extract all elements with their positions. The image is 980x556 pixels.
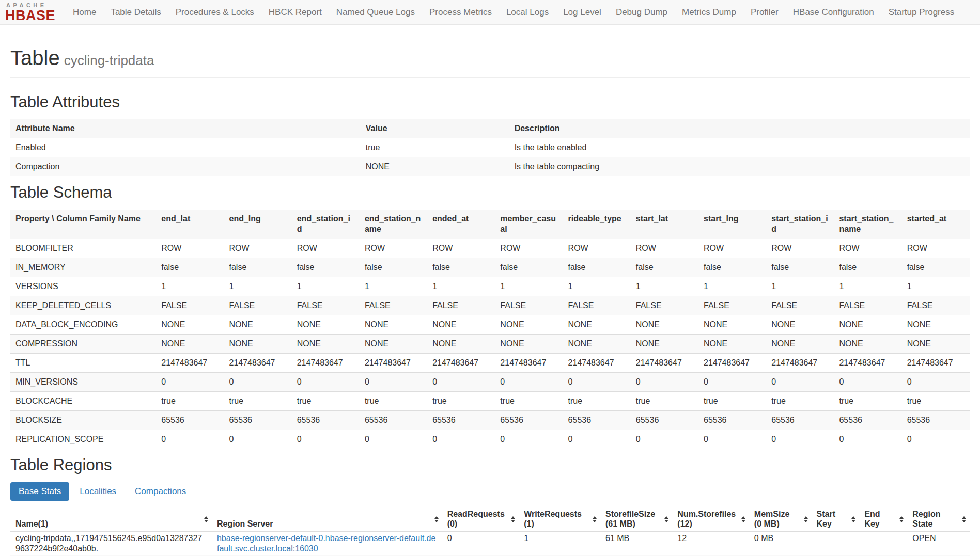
regions-col-end-key[interactable]: EndKey — [859, 508, 907, 531]
sort-up-arrow — [511, 516, 515, 519]
schema-value-cell: 1 — [360, 277, 427, 296]
schema-property-name: DATA_BLOCK_ENCODING — [10, 315, 156, 335]
schema-value-cell: NONE — [156, 315, 224, 335]
regions-col-writerequests-1[interactable]: WriteRequests(1) — [519, 508, 600, 531]
schema-value-cell: 65536 — [360, 411, 427, 430]
schema-value-cell: 65536 — [427, 411, 495, 430]
nav-item-process-metrics[interactable]: Process Metrics — [422, 7, 499, 18]
schema-row-min-versions: MIN_VERSIONS000000000000 — [10, 373, 970, 392]
regions-col-start-key[interactable]: StartKey — [812, 508, 860, 531]
sort-down-arrow — [851, 520, 855, 522]
regions-col-readrequests-0[interactable]: ReadRequests(0) — [442, 508, 519, 531]
schema-value-cell: true — [156, 392, 224, 411]
sort-down-arrow — [962, 520, 966, 522]
regions-col-region-state[interactable]: RegionState — [907, 508, 970, 531]
schema-value-cell: true — [834, 392, 901, 411]
schema-value-cell: 0 — [292, 373, 360, 392]
schema-row-in-memory: IN_MEMORYfalsefalsefalsefalsefalsefalsef… — [10, 258, 970, 277]
schema-property-name: IN_MEMORY — [10, 258, 156, 277]
nav-item-metrics-dump[interactable]: Metrics Dump — [675, 7, 743, 18]
schema-value-cell: 0 — [495, 373, 563, 392]
schema-row-replication-scope: REPLICATION_SCOPE000000000000 — [10, 430, 970, 449]
schema-value-cell: 2147483647 — [698, 354, 766, 373]
schema-row-keep-deleted-cells: KEEP_DELETED_CELLSFALSEFALSEFALSEFALSEFA… — [10, 296, 970, 315]
sort-icon[interactable] — [804, 516, 808, 522]
region-start-key — [812, 531, 860, 555]
nav-item-local-logs[interactable]: Local Logs — [499, 7, 556, 18]
schema-value-cell: FALSE — [766, 296, 834, 315]
schema-col-start-station-id: start_station_id — [766, 210, 834, 239]
schema-value-cell: NONE — [427, 335, 495, 354]
regions-tabs: Base StatsLocalitiesCompactions — [10, 482, 970, 501]
schema-value-cell: false — [224, 258, 291, 277]
schema-value-cell: NONE — [698, 315, 766, 335]
regions-heading: Table Regions — [10, 456, 970, 474]
region-mem-size: 0 MB — [749, 531, 812, 555]
schema-value-cell: 0 — [224, 430, 291, 449]
sort-icon[interactable] — [851, 516, 855, 522]
nav-item-debug-dump[interactable]: Debug Dump — [609, 7, 675, 18]
regions-col-region-server[interactable]: Region Server — [212, 508, 442, 531]
schema-value-cell: false — [495, 258, 563, 277]
schema-row-compression: COMPRESSIONNONENONENONENONENONENONENONEN… — [10, 335, 970, 354]
nav-item-log-level[interactable]: Log Level — [556, 7, 609, 18]
regions-table: Name(1)Region ServerReadRequests(0)Write… — [10, 508, 970, 556]
nav-item-hbase-configuration[interactable]: HBase Configuration — [786, 7, 881, 18]
hbase-logo[interactable]: APACHE HBASE — [5, 2, 55, 23]
regions-tab-base-stats[interactable]: Base Stats — [10, 482, 69, 501]
regions-tab-localities[interactable]: Localities — [71, 482, 125, 501]
schema-value-cell: 0 — [902, 373, 970, 392]
schema-value-cell: 0 — [156, 373, 224, 392]
regions-col-name-1[interactable]: Name(1) — [10, 508, 212, 531]
schema-value-cell: true — [563, 392, 631, 411]
schema-col-member-casual: member_casual — [495, 210, 563, 239]
sort-down-arrow — [593, 520, 597, 522]
nav-links: HomeTable DetailsProcedures & LocksHBCK … — [66, 7, 961, 18]
schema-value-cell: false — [631, 258, 698, 277]
schema-value-cell: true — [495, 392, 563, 411]
nav-item-startup-progress[interactable]: Startup Progress — [881, 7, 962, 18]
schema-value-cell: ROW — [495, 239, 563, 258]
nav-item-home[interactable]: Home — [66, 7, 103, 18]
attribute-description: Is the table enabled — [509, 138, 970, 157]
page-header: Tablecycling-tripdata — [10, 46, 970, 78]
schema-value-cell: true — [631, 392, 698, 411]
schema-value-cell: FALSE — [495, 296, 563, 315]
schema-value-cell: 0 — [902, 430, 970, 449]
regions-col-storefilesize-61-mb[interactable]: StorefileSize(61 MB) — [600, 508, 672, 531]
schema-col-started-at: started_at — [902, 210, 970, 239]
nav-item-hbck-report[interactable]: HBCK Report — [261, 7, 329, 18]
attribute-row-compaction: CompactionNONEIs the table compacting — [10, 157, 970, 177]
sort-icon[interactable] — [899, 516, 904, 522]
schema-value-cell: 1 — [834, 277, 901, 296]
sort-down-arrow — [511, 520, 515, 522]
attribute-value: true — [361, 138, 509, 157]
sort-icon[interactable] — [593, 516, 597, 522]
region-server-link[interactable]: hbase-regionserver-default-0.hbase-regio… — [217, 534, 435, 553]
sort-icon[interactable] — [511, 516, 515, 522]
nav-item-procedures-locks[interactable]: Procedures & Locks — [168, 7, 261, 18]
schema-value-cell: NONE — [427, 315, 495, 335]
schema-value-cell: false — [156, 258, 224, 277]
schema-property-name: TTL — [10, 354, 156, 373]
schema-value-cell: true — [427, 392, 495, 411]
sort-icon[interactable] — [664, 516, 668, 522]
schema-value-cell: 65536 — [156, 411, 224, 430]
nav-item-named-queue-logs[interactable]: Named Queue Logs — [329, 7, 422, 18]
sort-icon[interactable] — [434, 516, 439, 522]
schema-value-cell: NONE — [360, 335, 427, 354]
sort-icon[interactable] — [204, 516, 208, 522]
nav-item-table-details[interactable]: Table Details — [103, 7, 168, 18]
regions-tab-compactions[interactable]: Compactions — [127, 482, 194, 501]
sort-down-arrow — [741, 520, 745, 522]
regions-col-num-storefiles-12[interactable]: Num.Storefiles(12) — [672, 508, 749, 531]
nav-item-profiler[interactable]: Profiler — [743, 7, 786, 18]
schema-value-cell: 0 — [292, 430, 360, 449]
sort-up-arrow — [899, 516, 904, 519]
sort-icon[interactable] — [962, 516, 966, 522]
regions-col-memsize-0-mb[interactable]: MemSize(0 MB) — [749, 508, 812, 531]
schema-value-cell: 0 — [360, 430, 427, 449]
schema-value-cell: 2147483647 — [834, 354, 901, 373]
schema-row-ttl: TTL2147483647214748364721474836472147483… — [10, 354, 970, 373]
sort-icon[interactable] — [741, 516, 745, 522]
